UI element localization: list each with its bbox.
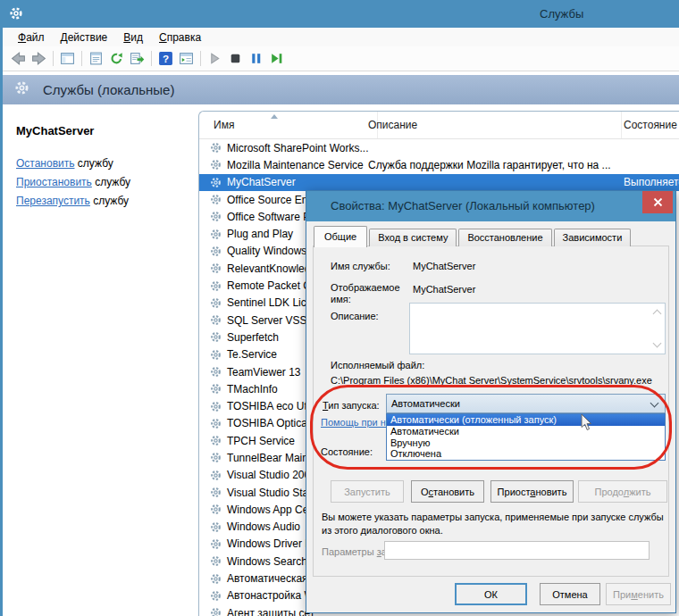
column-header-state[interactable]: Состояние xyxy=(616,112,679,138)
service-name: Te.Service xyxy=(227,348,277,361)
pause-service-icon[interactable] xyxy=(246,50,266,68)
startup-help-link[interactable]: Помощь при нас xyxy=(321,417,397,428)
service-gear-icon xyxy=(210,573,223,585)
service-gear-icon xyxy=(210,177,223,188)
service-gear-icon xyxy=(210,607,223,616)
export-list-icon[interactable] xyxy=(127,50,147,68)
service-gear-icon xyxy=(210,366,223,378)
service-name: Visual Studio Stan xyxy=(227,487,314,499)
menu-item-действие[interactable]: Действие xyxy=(53,29,116,46)
start-parameters-input[interactable] xyxy=(384,541,650,560)
column-header-name[interactable]: Имя xyxy=(199,112,378,138)
extended-panel: MyChatServer Остановить службуПриостанов… xyxy=(3,104,198,616)
tab-panel-general: Имя службы: MyChatServer Отображаемое им… xyxy=(313,246,669,577)
service-state: Выполняется xyxy=(624,176,679,188)
остановить-link[interactable]: Остановить xyxy=(16,157,75,170)
tab-вход-в-систему[interactable]: Вход в систему xyxy=(369,229,457,246)
service-row[interactable]: MyChatServerВыполняется xyxy=(199,174,679,191)
service-name: Plug and Play xyxy=(227,228,293,240)
description-label: Описание: xyxy=(331,311,379,321)
cancel-button[interactable]: Отмена xyxy=(540,583,600,605)
service-name: Visual Studio 2008 xyxy=(227,469,316,481)
executable-label: Исполняемый файл: xyxy=(331,360,424,370)
services-banner: Службы (локальные) xyxy=(3,75,679,104)
description-field[interactable] xyxy=(409,303,666,354)
forward-arrow-icon[interactable] xyxy=(29,50,49,68)
help-icon[interactable]: ? xyxy=(155,50,176,68)
service-name: Windows Search xyxy=(227,555,307,568)
stop-service-icon[interactable] xyxy=(225,50,246,68)
display-name-value: MyChatServer xyxy=(413,284,475,295)
tab-общие[interactable]: Общие xyxy=(314,226,367,247)
service-gear-icon xyxy=(210,211,223,222)
service-gear-icon xyxy=(210,331,223,343)
startup-type-value: Автоматически xyxy=(391,398,460,409)
toolbar-separator xyxy=(53,51,54,66)
service-gear-icon xyxy=(210,194,223,205)
sort-ascending-icon xyxy=(271,114,278,119)
service-row[interactable]: Mozilla Maintenance ServiceСлужба поддер… xyxy=(199,156,679,173)
dropdown-option[interactable]: Отключена xyxy=(387,448,665,460)
toolbar: ? xyxy=(3,46,679,71)
refresh-icon[interactable] xyxy=(106,50,127,68)
service-gear-icon xyxy=(210,349,223,361)
service-name: Автоматическая н xyxy=(227,572,317,585)
status-label: Состояние: xyxy=(321,446,373,457)
service-name: TOSHIBA eco Utili xyxy=(227,400,314,412)
service-name: TunnelBear Maint xyxy=(227,452,311,464)
service-description: Служба поддержки Mozilla гарантирует, чт… xyxy=(368,159,611,171)
tab-зависимости[interactable]: Зависимости xyxy=(554,229,632,246)
scroll-up-icon[interactable] xyxy=(653,310,662,319)
service-name: Windows Audio xyxy=(227,520,300,533)
dialog-titlebar: Свойства: MyChatServer (Локальный компью… xyxy=(306,191,675,221)
service-action-link-row: Приостановить службу xyxy=(16,173,130,192)
service-row[interactable]: Microsoft SharePoint Works... xyxy=(199,139,679,156)
toolbar-separator xyxy=(151,51,152,66)
column-header-description[interactable]: Описание xyxy=(363,112,622,138)
ok-button[interactable]: ОК xyxy=(455,583,527,605)
display-name-label: Отображаемое имя: xyxy=(331,282,407,305)
service-gear-icon xyxy=(210,401,223,412)
startup-type-combobox[interactable]: Автоматически xyxy=(386,394,666,413)
properties-icon[interactable] xyxy=(86,50,106,68)
tab-восстановление[interactable]: Восстановление xyxy=(458,229,551,246)
start-service-icon[interactable] xyxy=(205,50,225,68)
service-name: TPCH Service xyxy=(227,435,295,447)
extended-view-icon[interactable] xyxy=(176,50,197,68)
menu-item-файл[interactable]: Файл xyxy=(10,29,53,46)
service-name: Office Software Pr xyxy=(227,211,314,223)
dropdown-option[interactable]: Вручную xyxy=(387,437,665,449)
service-stop-button[interactable]: Остановить xyxy=(411,480,484,503)
service-name: Автонастройка W xyxy=(227,589,314,602)
service-name: TeamViewer 13 xyxy=(227,366,301,379)
menu-item-вид[interactable]: Вид xyxy=(115,29,151,46)
show-console-tree-icon[interactable] xyxy=(57,50,78,68)
service-gear-icon xyxy=(210,229,223,240)
service-name: Office Source Eng xyxy=(227,194,314,206)
tab-strip: ОбщиеВход в системуВосстановлениеЗависим… xyxy=(314,226,633,246)
back-arrow-icon[interactable] xyxy=(8,50,29,68)
service-name: Sentinel LDK Licen xyxy=(227,296,318,309)
service-name: Mozilla Maintenance Service xyxy=(227,159,364,171)
window-title: Службы xyxy=(540,0,583,28)
dialog-body: ОбщиеВход в системуВосстановлениеЗависим… xyxy=(306,221,675,612)
перезапустить-link[interactable]: Перезапустить xyxy=(16,195,90,207)
close-icon[interactable] xyxy=(642,191,673,213)
dropdown-option[interactable]: Автоматически xyxy=(387,426,665,437)
selected-service-name: MyChatServer xyxy=(16,124,94,137)
service-gear-icon xyxy=(210,280,223,292)
service-pause-button[interactable]: Приостановить xyxy=(490,480,574,503)
service-start-button[interactable]: Запустить xyxy=(331,480,404,503)
service-gear-icon xyxy=(210,504,223,515)
apply-button[interactable]: Применить xyxy=(606,583,671,605)
dropdown-option[interactable]: Автоматически (отложенный запуск) xyxy=(387,414,665,426)
params-help-text: Вы можете указать параметры запуска, при… xyxy=(322,511,665,537)
service-resume-button[interactable]: Продолжить xyxy=(578,480,667,503)
scroll-down-icon[interactable] xyxy=(653,339,662,348)
toolbar-separator xyxy=(200,51,201,66)
service-gear-icon xyxy=(210,418,223,429)
приостановить-link[interactable]: Приостановить xyxy=(16,176,92,188)
menu-item-справка[interactable]: Справка xyxy=(151,29,209,46)
restart-service-icon[interactable] xyxy=(266,50,287,68)
service-name: Windows Driver Fo xyxy=(227,537,317,550)
